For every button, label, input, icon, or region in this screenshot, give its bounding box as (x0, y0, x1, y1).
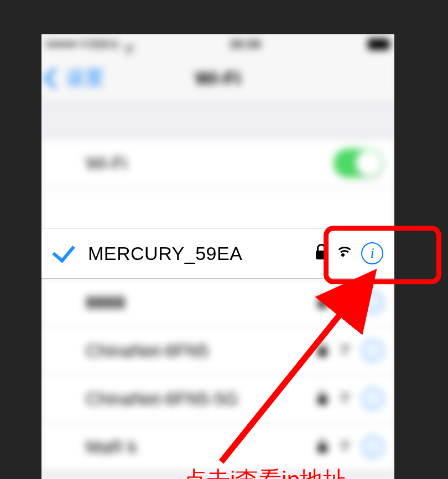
checkmark-icon (52, 239, 75, 263)
page-title: Wi-Fi (41, 67, 394, 89)
network-row[interactable]: MaR k i (41, 423, 394, 471)
carrier-label: 中国移动 (79, 38, 119, 51)
lock-icon (318, 348, 327, 356)
network-list: 8888 i ChinaNet-6FN5 i C (41, 279, 394, 471)
connected-network-row[interactable]: MERCURY_59EA i (41, 228, 394, 279)
toggle-knob (356, 150, 382, 176)
clock-label: 10:34 (230, 37, 261, 51)
info-icon[interactable]: i (362, 436, 383, 457)
wifi-signal-icon (338, 440, 351, 454)
wifi-signal-icon (336, 246, 351, 261)
network-ssid: ChinaNet-6FN5 (86, 341, 318, 361)
lock-icon (316, 251, 326, 259)
lock-icon (318, 397, 327, 404)
wifi-signal-icon (338, 344, 351, 357)
network-ssid: 8888 (86, 293, 318, 313)
info-icon[interactable]: i (362, 388, 383, 409)
info-icon[interactable]: i (361, 242, 383, 264)
wifi-toggle[interactable] (334, 149, 383, 178)
lock-icon (318, 300, 327, 308)
phone-screen: 中国移动 10:34 设置 Wi-Fi Wi-Fi (41, 34, 394, 479)
network-ssid: ChinaNet-6FN5-5G (86, 389, 318, 409)
wifi-toggle-label: Wi-Fi (86, 153, 334, 174)
signal-dots-icon (47, 42, 76, 46)
status-bar: 中国移动 10:34 (41, 34, 394, 54)
network-ssid: MaR k (86, 437, 318, 457)
network-row[interactable]: 8888 i (41, 279, 394, 327)
wifi-signal-icon (338, 392, 351, 405)
nav-header: 设置 Wi-Fi (41, 54, 394, 102)
wifi-signal-icon (338, 296, 351, 309)
network-row[interactable]: ChinaNet-6FN5-5G i (41, 375, 394, 423)
battery-icon (368, 39, 389, 50)
network-row[interactable]: ChinaNet-6FN5 i (41, 327, 394, 375)
info-icon[interactable]: i (362, 292, 383, 313)
lock-icon (318, 445, 327, 452)
info-icon[interactable]: i (362, 340, 383, 361)
connected-ssid: MERCURY_59EA (88, 243, 316, 264)
wifi-toggle-row: Wi-Fi (41, 139, 394, 187)
